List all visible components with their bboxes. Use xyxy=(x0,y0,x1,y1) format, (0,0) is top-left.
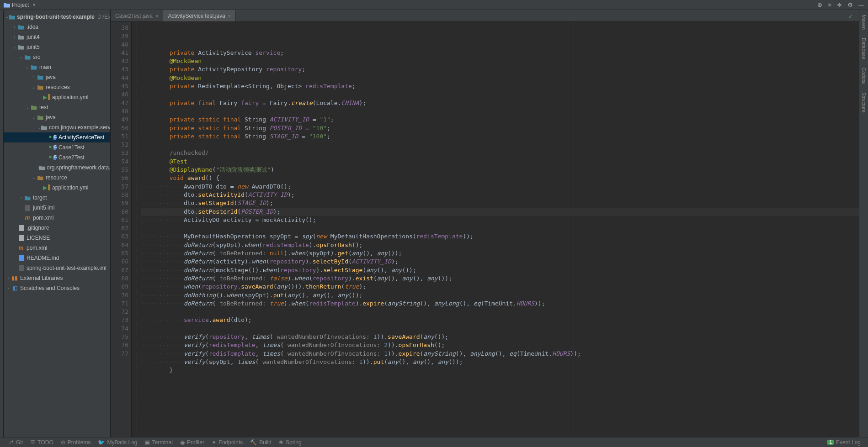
tree-item[interactable]: mpom.xml xyxy=(4,243,110,253)
code-editor[interactable]: 3839404142434445464748495051525354555657… xyxy=(111,22,859,437)
code-line[interactable] xyxy=(141,90,859,99)
tree-item[interactable]: junit5.iml xyxy=(4,203,110,213)
editor-tab[interactable]: Case2Test.java× xyxy=(111,10,163,21)
code-line[interactable]: ············doReturn(activity).when(repo… xyxy=(141,258,859,266)
statusbar-item[interactable]: ⊘Problems xyxy=(57,439,95,446)
code-line[interactable]: ············when(repository.saveAward(an… xyxy=(141,283,859,291)
tree-item[interactable]: ›java xyxy=(4,72,110,82)
chevron-down-icon[interactable]: ⌄ xyxy=(5,15,9,19)
tree-toggle-icon[interactable]: ⌄ xyxy=(25,65,30,69)
right-tab-structure[interactable]: Structure xyxy=(861,90,867,115)
code-line[interactable]: ············verify(redisTemplate, times(… xyxy=(141,350,859,358)
code-line[interactable]: void award() { xyxy=(141,174,859,182)
statusbar-item[interactable]: ✦Endpoints xyxy=(208,439,246,446)
code-line[interactable]: @MockBean xyxy=(141,74,859,82)
editor-tab[interactable]: ActivityServiceTest.java× xyxy=(163,10,236,21)
tree-item[interactable]: ⌄resource xyxy=(4,173,110,183)
tree-item[interactable]: ▶Case1Test xyxy=(4,142,110,153)
code-line[interactable]: ············AwardDTO dto = new AwardDTO(… xyxy=(141,183,859,191)
tree-item[interactable]: ▶application.yml xyxy=(4,183,110,193)
tree-toggle-icon[interactable]: ⌄ xyxy=(18,55,24,59)
code-line[interactable]: private static final String ACTIVITY_ID … xyxy=(141,116,859,124)
code-line[interactable]: ············doReturn(spyOpt).when(redisT… xyxy=(141,241,859,249)
code-line[interactable]: @DisplayName("活动阶段领奖测试") xyxy=(141,166,859,174)
code-line[interactable]: } xyxy=(141,366,859,374)
code-line[interactable]: private ActivityRepository repository; xyxy=(141,65,859,74)
code-line[interactable]: ············verify(spyOpt, times( wanted… xyxy=(141,358,859,366)
code-line[interactable]: private final Fairy fairy = Fairy.create… xyxy=(141,99,859,107)
right-tab-maven[interactable]: Maven xyxy=(861,13,867,32)
code-line[interactable]: ············dto.setStageId(STAGE_ID); xyxy=(141,199,859,207)
event-log-button[interactable]: 1 Event Log xyxy=(824,439,864,446)
tree-scratches[interactable]: › ◧ Scratches and Consoles xyxy=(4,283,110,293)
statusbar-item[interactable]: ❀Spring xyxy=(275,439,305,446)
tree-item[interactable]: ▶ActivityServiceTest xyxy=(4,132,110,142)
statusbar-item[interactable]: 🐦MyBatis Log xyxy=(94,439,141,446)
tree-toggle-icon[interactable]: › xyxy=(12,25,17,29)
tree-root[interactable]: ⌄ spring-boot-unit-test-example D:\Examp… xyxy=(4,12,110,22)
statusbar-item[interactable]: ◉Profiler xyxy=(176,439,208,446)
statusbar-item[interactable]: ⎇Git xyxy=(4,439,27,446)
code-line[interactable]: /unchecked/ xyxy=(141,149,859,157)
hide-icon[interactable]: — xyxy=(858,1,864,8)
tree-item[interactable]: ⌄main xyxy=(4,62,110,72)
code-body[interactable]: private ActivityService service; @MockBe… xyxy=(137,22,859,437)
tree-toggle-icon[interactable]: ⌄ xyxy=(37,125,41,130)
code-line[interactable]: private static final String POSTER_ID = … xyxy=(141,124,859,132)
tree-item[interactable]: mpom.xml xyxy=(4,213,110,223)
tree-toggle-icon[interactable]: ⌄ xyxy=(31,115,37,120)
statusbar-item[interactable]: ☰TODO xyxy=(27,439,57,446)
tree-toggle-icon[interactable]: ⌄ xyxy=(12,45,17,49)
close-icon[interactable]: × xyxy=(228,13,231,19)
tree-item[interactable]: ›target xyxy=(4,193,110,203)
statusbar-item[interactable]: 🔨Build xyxy=(246,439,275,446)
code-line[interactable] xyxy=(141,325,859,333)
tree-toggle-icon[interactable]: › xyxy=(18,195,24,200)
tree-item[interactable]: ⌄java xyxy=(4,112,110,122)
code-line[interactable]: ············doReturn( toBeReturned: null… xyxy=(141,249,859,258)
tree-item[interactable]: ⌄junit5 xyxy=(4,42,110,52)
chevron-right-icon[interactable]: › xyxy=(5,286,11,290)
code-line[interactable] xyxy=(141,374,859,383)
inspection-ok-icon[interactable]: ✓ xyxy=(848,10,859,21)
tree-toggle-icon[interactable]: › xyxy=(12,35,17,39)
tree-item[interactable]: ›junit4 xyxy=(4,32,110,42)
code-line[interactable]: ············ActivityDO activity = mockAc… xyxy=(141,216,859,224)
tree-item[interactable]: ⌄src xyxy=(4,52,110,62)
collapse-icon[interactable]: ≡ xyxy=(828,1,831,8)
tree-item[interactable]: ⌄com.jingwu.example.service xyxy=(4,122,110,132)
code-line[interactable]: private RedisTemplate<String, Object> re… xyxy=(141,82,859,90)
tree-item[interactable]: ›.idea xyxy=(4,22,110,32)
tree-item[interactable]: LICENSE xyxy=(4,233,110,243)
code-line[interactable]: ············MyDefaultHashOperations spyO… xyxy=(141,232,859,241)
tree-external-libraries[interactable]: › ▮▮ External Libraries xyxy=(4,273,110,283)
right-tab-database[interactable]: Database xyxy=(861,36,867,61)
right-tab-codota[interactable]: Codota xyxy=(861,66,867,85)
code-line[interactable]: ············doReturn(mockStage()).when(r… xyxy=(141,266,859,274)
expand-icon[interactable]: ≑ xyxy=(837,1,842,8)
gear-icon[interactable]: ⚙ xyxy=(847,1,853,8)
tree-item[interactable]: spring-boot-unit-test-example.iml xyxy=(4,263,110,273)
tree-item[interactable]: ⌄test xyxy=(4,102,110,112)
target-icon[interactable]: ⊕ xyxy=(817,1,822,8)
fold-gutter[interactable] xyxy=(132,22,137,437)
code-line[interactable]: private static final String STAGE_ID = "… xyxy=(141,132,859,141)
chevron-right-icon[interactable]: › xyxy=(5,276,11,280)
code-line[interactable]: @MockBean xyxy=(141,57,859,65)
tree-toggle-icon[interactable]: ⌄ xyxy=(31,175,37,180)
code-line[interactable]: ············doNothing().when(spyOpt).put… xyxy=(141,291,859,300)
code-line[interactable]: private ActivityService service; xyxy=(141,49,859,57)
tree-toggle-icon[interactable]: › xyxy=(31,75,37,79)
tree-item[interactable]: ▶application.yml xyxy=(4,92,110,102)
code-line[interactable] xyxy=(141,141,859,149)
code-line[interactable]: @Test xyxy=(141,158,859,166)
close-icon[interactable]: × xyxy=(155,13,158,19)
tree-item[interactable]: ⌄resources xyxy=(4,82,110,92)
tree-toggle-icon[interactable]: ⌄ xyxy=(31,85,37,89)
code-line[interactable]: ············service.award(dto); xyxy=(141,316,859,324)
statusbar-item[interactable]: ▣Terminal xyxy=(141,439,176,446)
code-line[interactable]: ············verify(repository, times( wa… xyxy=(141,333,859,341)
code-line[interactable] xyxy=(141,224,859,232)
code-line[interactable]: ············dto.setPosterId(POSTER_ID); xyxy=(141,208,859,216)
code-line[interactable] xyxy=(141,107,859,116)
